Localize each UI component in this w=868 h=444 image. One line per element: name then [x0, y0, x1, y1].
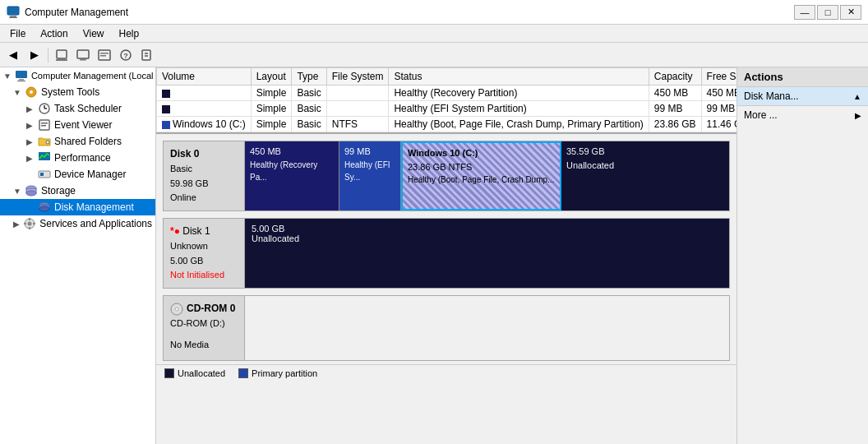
disk1-unalloc[interactable]: 5.00 GB Unallocated [245, 219, 729, 288]
cdrom-icon [170, 303, 183, 316]
cell-capacity: 450 MB [649, 86, 701, 101]
forward-button[interactable]: ▶ [25, 46, 44, 64]
svg-rect-5 [77, 50, 89, 58]
svg-rect-39 [29, 227, 30, 229]
svg-rect-8 [100, 53, 108, 54]
col-layout[interactable]: Layout [251, 68, 292, 86]
sidebar-label-device: Device Manager [54, 169, 126, 180]
disk0-size: 59.98 GB [170, 177, 238, 192]
disk0-unalloc[interactable]: 35.59 GB Unallocated [561, 141, 729, 210]
col-free[interactable]: Free Space [701, 68, 736, 86]
disk0-partitions: 450 MB Healthy (Recovery Pa... 99 MB Hea… [245, 141, 730, 211]
cdrom0-header: CD-ROM 0 [170, 301, 238, 317]
back-button[interactable]: ◀ [3, 46, 23, 64]
sidebar-item-task-scheduler[interactable]: ▶ Task Scheduler [0, 100, 155, 117]
toolbar: ◀ ▶ ? [0, 43, 868, 67]
table-row[interactable]: Simple Basic Healthy (Recovery Partition… [157, 86, 737, 101]
cell-layout: Simple [251, 117, 292, 132]
menu-bar: File Action View Help [0, 25, 868, 43]
cell-type: Basic [292, 101, 326, 117]
svg-rect-9 [100, 55, 106, 57]
sidebar-item-storage[interactable]: ▼ Storage [0, 183, 155, 199]
sidebar-label-disk: Disk Management [54, 201, 134, 213]
vol-icon [162, 121, 170, 129]
cell-capacity: 23.86 GB [649, 117, 701, 132]
maximize-button[interactable]: □ [817, 5, 838, 20]
disk0-efi-partition[interactable]: 99 MB Healthy (EFI Sy... [339, 141, 401, 210]
partition-status: Healthy (Recovery Pa... [250, 159, 334, 183]
actions-more[interactable]: More ... ▶ [737, 106, 868, 124]
actions-disk-manager[interactable]: Disk Mana... ▲ [737, 87, 868, 106]
col-type[interactable]: Type [292, 68, 326, 86]
partition-size: 450 MB [250, 145, 334, 159]
volume-table: Volume Layout Type File System Status Ca… [156, 67, 736, 132]
sidebar-item-services[interactable]: ▶ Services and Applications [0, 215, 155, 232]
menu-file[interactable]: File [3, 26, 32, 41]
clock-icon [38, 102, 51, 115]
partition-size: 99 MB [344, 145, 395, 159]
sidebar-item-event-viewer[interactable]: ▶ Event Viewer [0, 117, 155, 133]
actions-panel: Actions Disk Mana... ▲ More ... ▶ [736, 67, 868, 444]
performance-icon [38, 151, 51, 164]
table-row[interactable]: Simple Basic Healthy (EFI System Partiti… [157, 101, 737, 117]
legend-unallocated-box [164, 368, 174, 378]
sidebar-label-scheduler: Task Scheduler [54, 103, 122, 114]
cdrom0-label: CD-ROM 0 CD-ROM (D:) No Media [163, 295, 245, 361]
cell-status: Healthy (Boot, Page File, Crash Dump, Pr… [389, 117, 649, 132]
console-button[interactable] [73, 46, 93, 64]
menu-action[interactable]: Action [34, 26, 74, 41]
svg-rect-0 [7, 7, 19, 15]
svg-rect-41 [33, 223, 35, 224]
properties-button[interactable] [95, 46, 114, 64]
sidebar-item-device-manager[interactable]: ▶ Device Manager [0, 166, 155, 183]
sidebar-label-shared: Shared Folders [54, 136, 122, 147]
svg-rect-29 [40, 173, 44, 176]
disk0-win10-partition[interactable]: Windows 10 (C:) 23.86 GB NTFS Healthy (B… [401, 141, 561, 210]
disk0-recovery-partition[interactable]: 450 MB Healthy (Recovery Pa... [245, 141, 339, 210]
minimize-button[interactable]: — [794, 5, 815, 20]
actions-expand-icon: ▲ [853, 92, 861, 101]
partition-status: Healthy (EFI Sy... [344, 159, 395, 183]
svg-point-43 [175, 308, 178, 311]
col-filesystem[interactable]: File System [326, 68, 389, 86]
table-row[interactable]: Windows 10 (C:) Simple Basic NTFS Health… [157, 117, 737, 132]
menu-help[interactable]: Help [113, 26, 146, 41]
cell-volume: Windows 10 (C:) [157, 117, 252, 132]
sidebar-item-system-tools[interactable]: ▼ System Tools [0, 84, 155, 100]
new-button[interactable] [137, 46, 157, 64]
sidebar-item-disk-management[interactable]: ▶ Disk Management [0, 199, 155, 215]
partition-title: Windows 10 (C:) [408, 146, 555, 160]
sidebar-item-performance[interactable]: ▶ Performance [0, 150, 155, 166]
cdrom0-spacer [170, 331, 238, 338]
actions-more-label: More ... [744, 109, 778, 121]
disk1-size: 5.00 GB [170, 254, 238, 269]
close-button[interactable]: ✕ [840, 5, 861, 20]
cell-volume [157, 101, 252, 117]
cell-free: 99 MB [701, 101, 736, 117]
col-capacity[interactable]: Capacity [649, 68, 701, 86]
toolbar-separator [48, 48, 48, 62]
sidebar-item-shared-folders[interactable]: ▶ Shared Folders [0, 133, 155, 150]
sidebar-label-services: Services and Applications [39, 218, 152, 229]
help-button[interactable]: ? [116, 46, 136, 64]
disk1-partitions: 5.00 GB Unallocated [245, 218, 730, 289]
disk1-row: *● Disk 1 Unknown 5.00 GB Not Initialise… [163, 218, 730, 289]
cell-volume [157, 86, 252, 101]
cdrom0-media: No Media [170, 338, 238, 353]
disk1-label: *● Disk 1 Unknown 5.00 GB Not Initialise… [163, 218, 245, 289]
partition-label: Unallocated [566, 159, 724, 173]
partition-size: 5.00 GB [252, 224, 723, 234]
actions-disk-label: Disk Mana... [744, 90, 799, 102]
svg-point-37 [28, 222, 32, 226]
svg-rect-24 [41, 123, 48, 124]
svg-rect-17 [17, 81, 25, 81]
sidebar-item-root[interactable]: ▼ Computer Management (Local [0, 67, 155, 84]
svg-rect-16 [19, 79, 24, 81]
svg-rect-2 [9, 17, 17, 18]
device-icon [38, 168, 51, 181]
menu-view[interactable]: View [76, 26, 111, 41]
col-volume[interactable]: Volume [157, 68, 252, 86]
up-button[interactable] [52, 46, 72, 64]
sidebar: ▼ Computer Management (Local ▼ System To… [0, 67, 156, 444]
col-status[interactable]: Status [389, 68, 649, 86]
